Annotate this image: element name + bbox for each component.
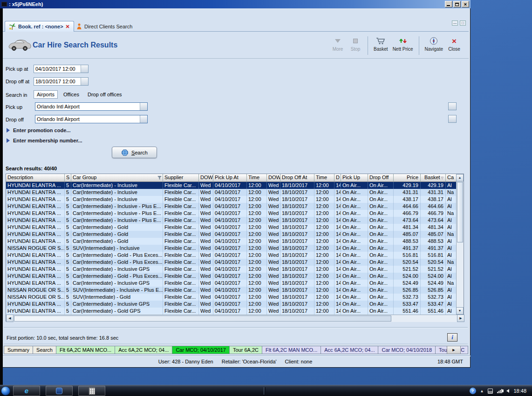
- pickup-at-combo[interactable]: 04/10/2017 12:00: [34, 65, 89, 73]
- bottom-tab-acc-6a-2c-mco-04-[interactable]: Acc 6A,2C MCO; 04...: [115, 346, 172, 354]
- dropoff-extra-dropdown[interactable]: [448, 115, 457, 123]
- tab-offices[interactable]: Offices: [61, 91, 82, 98]
- bottom-tab-search[interactable]: Search: [33, 346, 56, 354]
- table-row[interactable]: HYUNDAI ELANTRA ...5Car(Intermediate) - …: [6, 252, 457, 259]
- filter-icon[interactable]: [157, 176, 162, 180]
- car-icon: [7, 37, 32, 52]
- tab-close-icon[interactable]: ✕: [66, 24, 70, 30]
- table-row[interactable]: HYUNDAI ELANTRA ...5Car(Intermediate) - …: [6, 189, 457, 196]
- table-row[interactable]: HYUNDAI ELANTRA ...5Car(Intermediate) - …: [6, 308, 457, 315]
- column-header[interactable]: DOW: [199, 174, 213, 182]
- column-header[interactable]: DOW: [267, 174, 280, 182]
- column-header[interactable]: Drop Off At: [280, 174, 314, 182]
- table-row[interactable]: HYUNDAI ELANTRA ...5Car(Intermediate) - …: [6, 259, 457, 266]
- dropdown-arrow-icon[interactable]: [81, 65, 88, 73]
- volume-icon[interactable]: [506, 389, 509, 393]
- table-cell: Wed: [199, 308, 213, 315]
- column-header[interactable]: Supplier: [163, 174, 199, 182]
- tab-booking-ref[interactable]: Book. ref : <none> ✕: [5, 21, 74, 32]
- scroll-left-icon[interactable]: ◀: [6, 315, 14, 322]
- tray-expand-icon[interactable]: ▲: [480, 389, 484, 393]
- next-tabs-button[interactable]: ►: [447, 346, 461, 354]
- bottom-tab-flt-6a-2c-man-mco-[interactable]: Flt 6A,2C MAN MCO...: [262, 346, 321, 354]
- bottom-tab-flt-6a-2c-man-mco-[interactable]: Flt 6A,2C MAN MCO...: [56, 346, 115, 354]
- help-icon[interactable]: ?: [470, 388, 476, 394]
- titlebar[interactable]: : x5jPs6NEeh) ×: [0, 0, 471, 8]
- table-row[interactable]: HYUNDAI ELANTRA ...5Car(Intermediate) - …: [6, 217, 457, 224]
- tab-airports[interactable]: Airports: [34, 90, 58, 99]
- bottom-tab-summary[interactable]: Summary: [4, 346, 33, 354]
- dropdown-arrow-icon[interactable]: [140, 103, 147, 110]
- taskbar-app-2[interactable]: [46, 386, 73, 396]
- nett-price-button[interactable]: Nett Price: [390, 35, 416, 56]
- dropoff-at-combo[interactable]: 18/10/2017 12:00: [34, 77, 89, 86]
- tab-direct-clients-search[interactable]: Direct Clients Search: [73, 21, 136, 32]
- column-header[interactable]: Time: [247, 174, 267, 182]
- membership-number-expander[interactable]: Enter membership number...: [7, 138, 82, 143]
- table-row[interactable]: HYUNDAI ELANTRA ...5Car(Intermediate) - …: [6, 196, 457, 203]
- close-button[interactable]: × Close: [445, 35, 463, 56]
- search-button[interactable]: Search: [112, 147, 157, 158]
- table-cell: Wed: [199, 224, 213, 231]
- column-header[interactable]: Drop Off: [368, 174, 394, 182]
- table-row[interactable]: HYUNDAI ELANTRA ...5Car(Intermediate) - …: [6, 203, 457, 210]
- column-header[interactable]: Description: [6, 174, 65, 182]
- bottom-tab-acc-6a-2c-mco-04-[interactable]: Acc 6A,2C MCO; 04...: [321, 346, 378, 354]
- pickup-extra-dropdown[interactable]: [448, 102, 457, 110]
- dropoff-combo[interactable]: Orlando Intl Airport: [35, 115, 148, 123]
- action-center-icon[interactable]: [488, 389, 493, 394]
- stop-button[interactable]: Stop: [347, 35, 364, 56]
- column-header[interactable]: Pick Up: [341, 174, 368, 182]
- info-button[interactable]: i: [447, 333, 457, 342]
- table-row[interactable]: HYUNDAI ELANTRA ...5Car(Intermediate) - …: [6, 266, 457, 273]
- table-row[interactable]: HYUNDAI ELANTRA ...5Car(Intermediate) - …: [6, 301, 457, 308]
- vertical-scrollbar[interactable]: ▲ ▼: [456, 174, 464, 315]
- scroll-right-icon[interactable]: ▶: [457, 315, 464, 322]
- table-cell: 429.19: [421, 182, 446, 189]
- pane-restore-icon[interactable]: □: [460, 20, 466, 26]
- column-header[interactable]: D: [334, 174, 341, 182]
- pane-minimize-icon[interactable]: —: [452, 20, 458, 26]
- start-button[interactable]: [1, 386, 10, 396]
- table-row[interactable]: HYUNDAI ELANTRA ...5Car(Intermediate) - …: [6, 182, 457, 189]
- column-header[interactable]: Basket▽: [421, 174, 446, 182]
- table-row[interactable]: HYUNDAI ELANTRA ...5Car(Intermediate) - …: [6, 210, 457, 217]
- scroll-down-icon[interactable]: ▼: [456, 307, 464, 315]
- horizontal-scroll-thumb[interactable]: [14, 315, 391, 322]
- taskbar-app-3[interactable]: [78, 386, 105, 396]
- column-header[interactable]: Ca: [446, 174, 457, 182]
- table-row[interactable]: NISSAN ROGUE OR S...5SUV(Intermediate) -…: [6, 287, 457, 294]
- basket-button[interactable]: Basket: [371, 35, 390, 56]
- bottom-tab-tour-6a-2c[interactable]: Tour 6A,2C: [230, 346, 262, 354]
- table-row[interactable]: NISSAN ROGUE OR S...5SUV(Intermediate) -…: [6, 294, 457, 301]
- maximize-button[interactable]: [453, 1, 461, 7]
- table-cell: On Air...: [368, 294, 394, 301]
- table-row[interactable]: HYUNDAI ELANTRA ...5Car(Intermediate) - …: [6, 238, 457, 245]
- more-button[interactable]: More: [329, 35, 347, 56]
- column-header[interactable]: S: [65, 174, 71, 182]
- minimize-button[interactable]: [445, 1, 452, 7]
- tab-drop-off-offices[interactable]: Drop off offices: [85, 91, 125, 98]
- scroll-up-icon[interactable]: ▲: [456, 174, 464, 181]
- vertical-scroll-thumb[interactable]: [457, 182, 463, 242]
- bottom-tab-car-mco-04-10-2018[interactable]: Car MCO; 04/10/2018: [378, 346, 436, 354]
- navigate-button[interactable]: Navigate: [423, 35, 445, 56]
- column-header[interactable]: Time: [314, 174, 334, 182]
- bottom-tab-car-mco-04-10-2017[interactable]: Car MCO; 04/10/2017: [172, 346, 230, 354]
- column-header[interactable]: Price: [394, 174, 421, 182]
- horizontal-scrollbar[interactable]: ◀ ▶: [6, 315, 464, 322]
- close-window-button[interactable]: ×: [462, 1, 469, 7]
- dropdown-arrow-icon[interactable]: [140, 115, 147, 123]
- table-cell: 04/10/2017: [213, 301, 247, 308]
- dropdown-arrow-icon[interactable]: [81, 78, 88, 85]
- pickup-combo[interactable]: Orlando Intl Airport: [35, 102, 148, 111]
- taskbar-app-ie[interactable]: e: [13, 386, 40, 396]
- column-header[interactable]: Car Group: [71, 174, 163, 182]
- promotion-code-expander[interactable]: Enter promotion code...: [7, 128, 70, 133]
- table-row[interactable]: HYUNDAI ELANTRA ...5Car(Intermediate) - …: [6, 231, 457, 238]
- table-row[interactable]: HYUNDAI ELANTRA ...5Car(Intermediate) - …: [6, 280, 457, 287]
- column-header[interactable]: Pick Up At: [213, 174, 247, 182]
- table-row[interactable]: HYUNDAI ELANTRA ...5Car(Intermediate) - …: [6, 224, 457, 231]
- table-row[interactable]: HYUNDAI ELANTRA ...5Car(Intermediate) - …: [6, 273, 457, 280]
- table-row[interactable]: NISSAN ROGUE OR S...5SUV(Intermediate) -…: [6, 245, 457, 252]
